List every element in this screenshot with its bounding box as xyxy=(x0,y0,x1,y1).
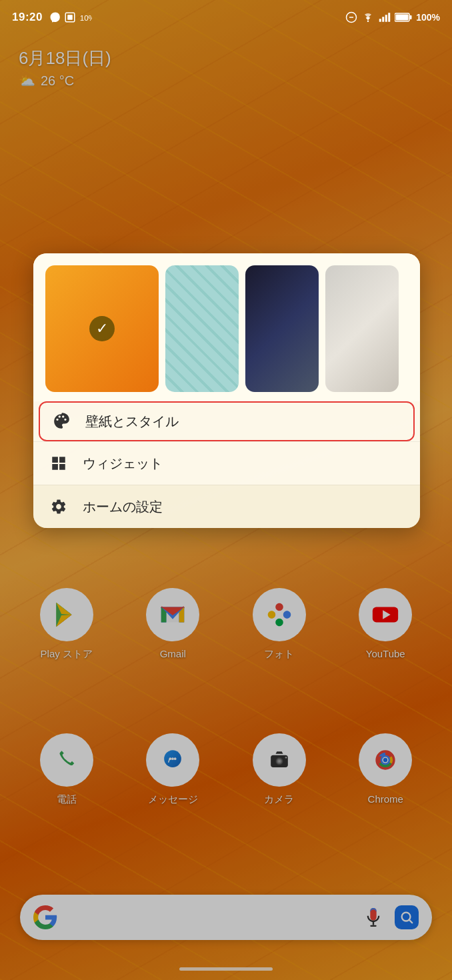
svg-rect-6 xyxy=(379,19,381,22)
svg-rect-12 xyxy=(410,15,412,19)
home-settings-label: ホームの設定 xyxy=(83,498,163,516)
svg-rect-8 xyxy=(385,15,387,22)
battery-percentage: 100% xyxy=(416,12,440,23)
palette-icon xyxy=(52,412,71,431)
wallpaper-thumb-gray[interactable] xyxy=(325,265,399,392)
svg-rect-1 xyxy=(67,15,73,20)
widget-menu-item[interactable]: ウィジェット xyxy=(33,441,420,485)
thumb-bg-gray xyxy=(325,265,399,392)
screen-record-icon xyxy=(64,11,76,23)
wallpaper-thumbnails-section: ✓ xyxy=(33,253,420,401)
svg-text:10%: 10% xyxy=(80,13,92,22)
settings-icon xyxy=(49,497,68,516)
wallpaper-thumb-dark[interactable] xyxy=(245,265,319,392)
status-bar: 19:20 10% xyxy=(0,0,452,35)
status-left: 19:20 10% xyxy=(12,11,92,24)
signal-icon xyxy=(379,11,391,23)
widgets-icon xyxy=(49,454,68,473)
dnd-icon xyxy=(345,11,357,23)
widget-label: ウィジェット xyxy=(83,455,163,473)
wallpaper-style-label: 壁紙とスタイル xyxy=(85,413,179,431)
svg-rect-9 xyxy=(388,13,390,22)
wifi-icon xyxy=(361,11,375,23)
wallpaper-style-menu-item[interactable]: 壁紙とスタイル xyxy=(39,401,415,441)
svg-rect-11 xyxy=(396,15,409,21)
battery-saver-icon: 10% xyxy=(79,11,92,24)
context-menu: ✓ 壁紙とスタイル ウィジェット xyxy=(33,253,420,528)
thumb-bg-dark xyxy=(245,265,319,392)
home-settings-menu-item[interactable]: ホームの設定 xyxy=(33,485,420,528)
status-right: 100% xyxy=(345,11,440,23)
thumb-checkmark: ✓ xyxy=(89,316,115,341)
wallpaper-thumb-selected[interactable]: ✓ xyxy=(45,265,159,392)
wallpaper-thumb-teal[interactable] xyxy=(165,265,239,392)
battery-icon xyxy=(395,13,412,22)
status-time: 19:20 xyxy=(12,11,43,24)
messenger-icon xyxy=(49,11,61,23)
svg-rect-7 xyxy=(382,17,384,22)
svg-point-5 xyxy=(367,21,369,23)
status-icons-left: 10% xyxy=(49,11,92,24)
thumb-bg-teal xyxy=(165,265,239,392)
